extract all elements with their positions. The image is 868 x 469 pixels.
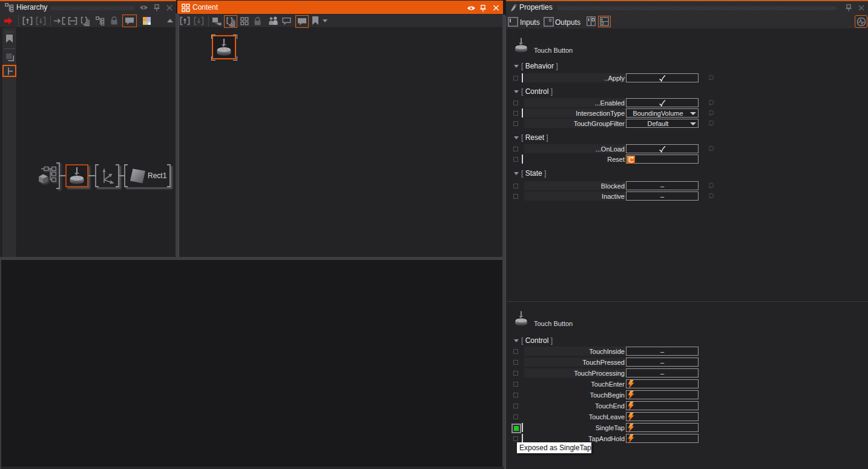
svg-text:0: 0 bbox=[549, 18, 552, 23]
svg-text:0: 0 bbox=[602, 21, 604, 26]
